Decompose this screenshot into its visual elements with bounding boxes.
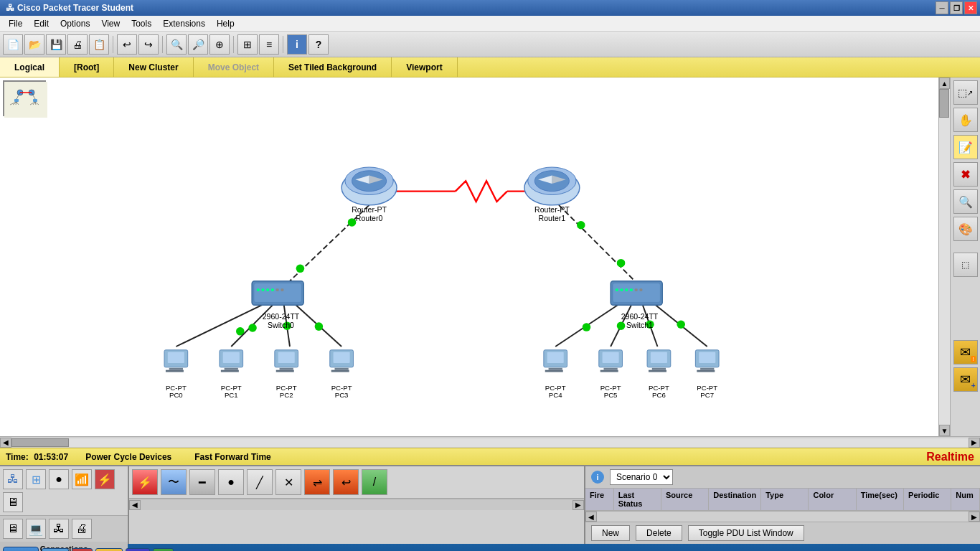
redo-button[interactable]: ↪ [138,34,159,55]
menu-edit[interactable]: Edit [28,17,55,30]
close-button[interactable]: ✕ [964,1,977,14]
undo-button[interactable]: ↩ [117,34,137,55]
taskbar-wps[interactable]: W [72,548,93,551]
topnav-root[interactable]: [Root] [60,57,114,77]
toolbar-separator-4 [283,36,283,53]
hand-tool-button[interactable]: ✋ [953,108,978,132]
printer-subicon[interactable]: 🖨 [72,519,92,539]
power-cycle-button[interactable]: Power Cycle Devices [80,452,177,462]
wireless-device-icon[interactable]: 📶 [72,469,92,489]
svg-rect-68 [625,288,628,291]
menu-help[interactable]: Help [211,17,240,30]
time-value: 01:53:07 [34,452,68,462]
scenario-table-header: Fire Last Status Source Destination Type… [585,489,980,511]
canvas[interactable]: Router-PT Router0 Router-PT Router1 2960… [0,77,938,436]
open-button[interactable]: 📂 [24,34,44,55]
zoom-custom-button[interactable]: ⊕ [209,34,230,55]
fire-line-button[interactable]: / [362,469,387,495]
fire-cross-button[interactable]: ✕ [275,469,301,495]
workspace-thumbnail [3,80,46,116]
fire-curve-button[interactable]: 〜 [161,469,187,495]
animation-scrollbar[interactable]: ◀ ▶ [129,499,584,510]
scroll-up-button[interactable]: ▲ [939,77,950,89]
fire-dot-button[interactable]: ● [218,469,244,495]
hub-device-icon[interactable]: ● [49,469,69,489]
print-button[interactable]: 🖨 [67,34,88,55]
canvas-scrollbar[interactable]: ▲ ▼ [938,77,950,436]
note-tool-button[interactable]: 📝 [953,135,978,159]
topnav-logical[interactable]: Logical [0,57,60,77]
time-label: Time: 01:53:07 [6,452,68,462]
grid-button[interactable]: ⊞ [237,34,258,55]
taskbar-app4[interactable]: 🖥 [126,548,150,551]
fire-straight-button[interactable]: ━ [189,469,215,495]
svg-text:Router0: Router0 [356,214,383,222]
scroll-left-button[interactable]: ◀ [0,438,11,448]
switch-device-icon[interactable]: ⊞ [26,469,46,489]
help-button[interactable]: ? [308,34,329,55]
topnav-move-object[interactable]: Move Object [194,57,274,77]
device-list-button[interactable]: ≡ [259,34,279,55]
taskbar-firefox[interactable]: 🦊 [42,548,69,551]
send-pdu-button[interactable]: ✉ ! [953,340,978,364]
rectangle-tool-button[interactable]: ⬚ [953,253,978,277]
fire-double-button[interactable]: ⇌ [304,469,330,495]
new-scenario-button[interactable]: New [591,525,630,541]
info-button[interactable]: i [287,34,307,55]
realtime-mode: Realtime [926,451,974,463]
topnav-set-background[interactable]: Set Tiled Background [274,57,392,77]
scenario-scroll-left[interactable]: ◀ [585,512,597,522]
col-destination: Destination [709,489,761,510]
menu-view[interactable]: View [95,17,126,30]
zoom-in-button[interactable]: 🔍 [166,34,187,55]
taskbar-cisco[interactable]: S [153,548,174,551]
fire-slash-button[interactable]: ╱ [247,469,273,495]
menu-options[interactable]: Options [55,17,95,30]
new-button[interactable]: 📄 [3,34,23,55]
delete-scenario-button[interactable]: Delete [636,525,682,541]
router-device-icon[interactable]: 🖧 [3,469,23,489]
toggle-pdu-button[interactable]: Toggle PDU List Window [688,525,804,541]
scenario-horizontal-scroll[interactable]: ◀ ▶ [585,511,980,522]
paint-tool-button[interactable]: 🎨 [953,217,978,241]
scenario-scroll-right[interactable]: ▶ [969,512,980,522]
restore-button[interactable]: ❐ [950,1,963,14]
svg-text:Router1: Router1 [539,214,566,222]
zoom-tool-button[interactable]: 🔍 [953,189,978,214]
add-complex-pdu-button[interactable]: ✉ + [953,367,978,392]
taskbar-files[interactable]: 📁 [95,548,123,551]
topnav-new-cluster[interactable]: New Cluster [114,57,193,77]
svg-rect-58 [266,288,269,291]
pc-subicon[interactable]: 🖥 [3,519,23,539]
save-button[interactable]: 💾 [46,34,66,55]
laptop-subicon[interactable]: 💻 [26,519,46,539]
scenario-info-icon[interactable]: i [591,471,604,484]
scenario-select[interactable]: Scenario 0 [610,469,673,485]
topnav-viewport[interactable]: Viewport [392,57,457,77]
anim-scroll-right[interactable]: ▶ [573,500,584,510]
fire-red-button[interactable]: ⚡ [132,469,158,495]
horizontal-scrollbar[interactable]: ◀ ▶ [0,436,980,448]
menu-extensions[interactable]: Extensions [157,17,211,30]
minimize-button[interactable]: ─ [936,1,948,14]
scroll-thumb-horizontal[interactable] [11,438,69,447]
copy-page-button[interactable]: 📋 [89,34,109,55]
scroll-right-button[interactable]: ▶ [969,438,980,448]
menu-tools[interactable]: Tools [126,17,157,30]
svg-point-39 [677,320,685,329]
scroll-thumb-vertical[interactable] [939,89,949,118]
security-device-icon[interactable]: ⚡ [95,469,115,489]
anim-scroll-left[interactable]: ◀ [129,500,141,510]
menu-file[interactable]: File [3,17,28,30]
start-button[interactable]: 🪟 [3,547,39,551]
scenario-header: i Scenario 0 [585,466,980,489]
delete-tool-button[interactable]: ✖ [953,162,978,187]
zoom-out-button[interactable]: 🔎 [188,34,208,55]
server-subicon[interactable]: 🖧 [49,519,69,539]
select-tool-button[interactable]: ⬚↗ [953,80,978,105]
fast-forward-button[interactable]: Fast Forward Time [189,452,276,462]
pc-device-icon[interactable]: 🖥 [3,492,23,512]
scroll-down-button[interactable]: ▼ [939,425,950,436]
svg-rect-67 [621,288,623,291]
fire-back-button[interactable]: ↩ [333,469,359,495]
